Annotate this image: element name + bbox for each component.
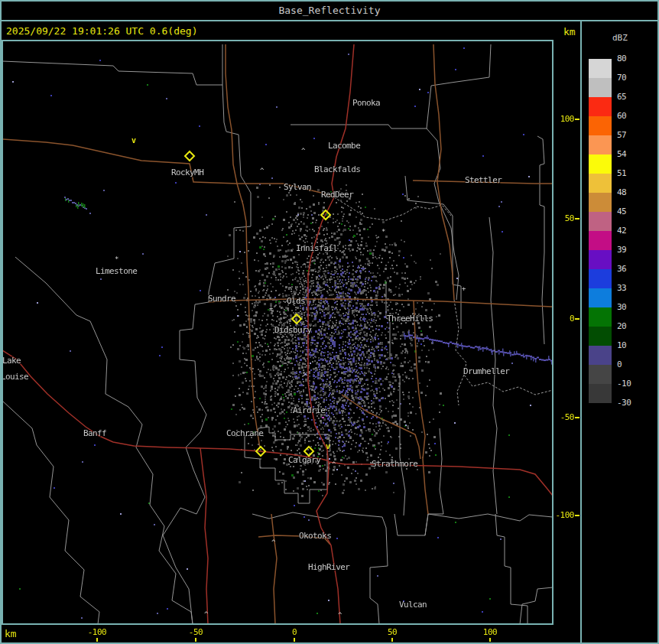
colorbar-value-label: 30	[617, 302, 648, 312]
x-axis-tick-label: -50	[177, 627, 215, 637]
map-city-label: Banff	[83, 428, 106, 438]
colorbar-swatch	[589, 269, 612, 288]
colorbar-value-label: 51	[617, 168, 648, 178]
range-unit-label: km	[563, 26, 576, 37]
colorbar-swatch	[589, 174, 612, 193]
colorbar-swatch	[589, 288, 612, 307]
colorbar-panel: dBZ 807065605754514845423936333020100-10…	[582, 21, 659, 642]
map-city-label: Blackfalds	[314, 164, 360, 174]
map-city-label: Vulcan	[399, 600, 427, 610]
map-city-label: HighRiver	[308, 562, 349, 572]
map-point-marker: +	[269, 304, 273, 312]
x-axis-tick-label: -100	[78, 627, 116, 637]
x-axis-tick-mark	[294, 638, 295, 642]
colorbar-swatch	[589, 78, 612, 97]
colorbar-value-label: 20	[617, 321, 648, 331]
colorbar-value-label: 60	[617, 111, 648, 121]
map-point-marker: *	[381, 228, 385, 236]
y-axis-tick-label: -50	[553, 412, 574, 422]
map-city-label: Okotoks	[299, 531, 331, 541]
map-city-label: Lacombe	[328, 141, 360, 151]
map-point-marker: *	[115, 255, 118, 263]
colorbar-swatch	[589, 327, 612, 346]
map-city-label: Didsbury	[274, 325, 311, 335]
y-axis-tick-label: 50	[553, 213, 574, 223]
x-axis-tick-mark	[195, 638, 196, 642]
colorbar-swatch	[589, 231, 612, 250]
colorbar-swatch	[589, 250, 612, 269]
panel-divider	[580, 20, 582, 642]
colorbar-swatch	[589, 365, 612, 384]
map-point-marker: ^	[338, 611, 342, 619]
map-city-label: Olds	[287, 296, 305, 306]
colorbar-value-label: -10	[617, 379, 648, 389]
colorbar-value-label: -30	[617, 398, 648, 408]
map-city-label: ThreeHills	[387, 314, 433, 324]
colorbar-value-label: 70	[617, 73, 648, 83]
y-axis-tick-mark	[575, 515, 579, 516]
y-axis-tick-label: -100	[553, 510, 574, 520]
map-city-label: Sylvan	[284, 182, 311, 192]
map-city-label: Calgary	[288, 455, 320, 465]
y-axis-tick-label: 100	[553, 114, 574, 124]
map-city-label: Limestone	[96, 266, 137, 276]
x-axis-unit-label: km	[5, 628, 17, 639]
map-city-label: Strathmore	[372, 459, 417, 469]
y-axis-tick-mark	[575, 119, 579, 120]
range-axis-vertical: 100500-50-100	[553, 40, 580, 625]
map-city-label: Airdrie	[293, 405, 325, 415]
colorbar-swatch	[589, 135, 612, 154]
map-point-marker: ^	[361, 398, 365, 406]
wind-v-marker: v	[131, 136, 136, 145]
map-point-marker: ^	[301, 147, 305, 154]
map-city-label: Louise	[2, 372, 28, 382]
colorbar-swatch	[589, 59, 612, 78]
map-city-label: Sundre	[208, 294, 235, 304]
colorbar-value-label: 33	[617, 283, 648, 293]
colorbar-value-label: 0	[617, 359, 648, 369]
colorbar-value-label: 10	[617, 340, 648, 350]
title-bar: Base_Reflectivity	[0, 0, 659, 20]
colorbar-swatch	[589, 346, 612, 365]
radar-map[interactable]: PonokaLacombeBlackfaldsSylvanRedDeerStet…	[2, 40, 553, 625]
x-axis-tick-mark	[391, 638, 393, 642]
y-axis-tick-mark	[575, 218, 579, 220]
map-city-label: RedDeer	[321, 190, 353, 200]
colorbar-value-label: 45	[617, 207, 648, 216]
colorbar-value-label: 48	[617, 187, 648, 197]
colorbar-value-label: 65	[617, 92, 648, 102]
wind-v-marker: v	[326, 442, 330, 450]
map-point-marker: ^	[260, 167, 264, 174]
colorbar-swatch	[589, 116, 612, 135]
map-city-label: Drumheller	[463, 366, 509, 376]
radar-app-window: Base_Reflectivity 2025/09/22 19:01:26 UT…	[0, 0, 659, 644]
colorbar-swatch	[589, 307, 612, 327]
map-city-label: Innisfail	[296, 243, 337, 253]
map-point-marker: +	[462, 285, 466, 292]
range-axis-horizontal: km -100-50050100	[0, 625, 580, 642]
x-axis-tick-mark	[96, 638, 98, 642]
map-city-label: Ponoka	[352, 98, 380, 108]
colorbar-swatch	[589, 384, 612, 403]
title-separator	[0, 20, 659, 21]
y-axis-tick-mark	[575, 318, 579, 320]
window-title: Base_Reflectivity	[0, 5, 659, 16]
map-city-label: RockyMH	[171, 168, 203, 177]
map-point-marker: ^	[204, 610, 208, 618]
map-point-marker: ^	[271, 538, 275, 546]
colorbar-swatch	[589, 193, 612, 212]
timestamp-label: 2025/09/22 19:01:26 UTC 0.6(deg)	[6, 25, 197, 37]
map-city-label: Stettler	[465, 175, 502, 185]
x-axis-tick-mark	[489, 638, 491, 642]
colorbar-value-label: 42	[617, 226, 648, 236]
colorbar-swatch	[589, 212, 612, 231]
colorbar-swatch	[589, 97, 612, 116]
colorbar-value-label: 54	[617, 149, 648, 159]
x-axis-tick-label: 50	[373, 627, 411, 637]
colorbar-title: dBZ	[612, 33, 628, 43]
y-axis-tick-label: 0	[553, 314, 574, 324]
map-point-marker: ^	[304, 372, 307, 380]
map-point-marker: ^	[332, 460, 336, 468]
y-axis-tick-mark	[575, 417, 579, 418]
x-axis-tick-label: 0	[275, 627, 313, 637]
